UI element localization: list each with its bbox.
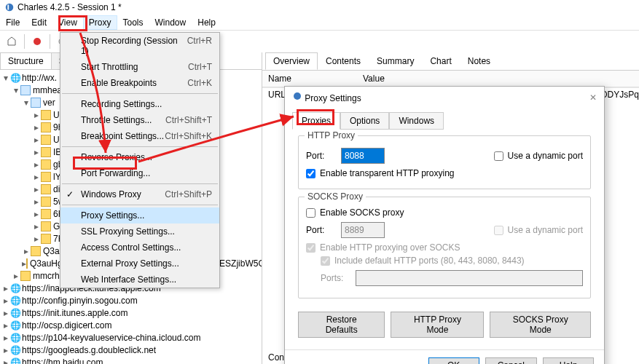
ports-input (356, 270, 583, 286)
tree-row[interactable]: ▸🌐https://hm.baidu.com (1, 356, 260, 364)
folder-icon (41, 110, 51, 120)
col-name: Name (262, 71, 357, 87)
window-title: Charles 4.2.5 - Session 1 * (17, 2, 122, 12)
folder-icon (41, 147, 51, 157)
close-icon[interactable]: ✕ (589, 92, 597, 103)
menu-item-port-forwarding-[interactable]: Port Forwarding... (60, 165, 219, 181)
folder-icon (41, 184, 51, 194)
globe-icon: 🌐 (10, 73, 20, 83)
svg-point-4 (294, 92, 301, 100)
tab-contents[interactable]: Contents (318, 52, 369, 70)
menu-help[interactable]: Help (192, 15, 222, 30)
menu-bar: File Edit View Proxy Tools Window Help (0, 15, 639, 31)
folder-icon (41, 122, 51, 132)
menu-item-web-interface-settings-[interactable]: Web Interface Settings... (60, 272, 219, 288)
svg-point-0 (6, 4, 14, 12)
folder-icon (41, 135, 51, 145)
port-label: Port: (306, 151, 335, 161)
title-bar: Charles 4.2.5 - Session 1 * (0, 0, 639, 15)
help-button[interactable]: Help (543, 357, 594, 364)
menu-window[interactable]: Window (149, 15, 192, 30)
enable-socks-label: Enable SOCKS proxy (320, 207, 404, 218)
dlg-tab-options[interactable]: Options (340, 112, 389, 130)
folder-icon (41, 172, 51, 182)
tree-row[interactable]: ▸🌐http://config.pinyin.sogou.com (1, 294, 260, 306)
svg-rect-1 (7, 5, 9, 10)
socks-proxy-group: SOCKS Proxy Enable SOCKS proxy Port: Use… (298, 197, 591, 298)
ports-label: Ports: (321, 273, 350, 283)
globe-icon: 🌐 (10, 357, 20, 365)
folder-icon (26, 258, 28, 269)
enable-socks-checkbox[interactable] (306, 208, 315, 218)
menu-item-breakpoint-settings-[interactable]: Breakpoint Settings...Ctrl+Shift+K (60, 128, 219, 144)
record-button[interactable] (28, 33, 46, 50)
menu-item-external-proxy-settings-[interactable]: External Proxy Settings... (60, 256, 219, 272)
folder-icon (20, 271, 31, 281)
http-proxy-group: HTTP Proxy Port: Use a dynamic port Enab… (298, 135, 591, 189)
tab-chart[interactable]: Chart (422, 52, 459, 70)
dialog-icon (292, 91, 302, 101)
menu-tools[interactable]: Tools (117, 15, 149, 30)
tab-notes[interactable]: Notes (460, 52, 498, 70)
clear-button[interactable] (3, 33, 20, 50)
http-proxy-label: HTTP Proxy (305, 130, 358, 141)
folder-icon (41, 159, 51, 170)
menu-file[interactable]: File (0, 15, 26, 30)
globe-icon: 🌐 (10, 333, 20, 343)
menu-item-start-throttling[interactable]: Start ThrottlingCtrl+T (60, 59, 219, 75)
transparent-label: Enable transparent HTTP proxying (320, 168, 455, 178)
globe-icon: 🌐 (10, 308, 20, 318)
folder-icon (31, 246, 41, 256)
menu-item-windows-proxy[interactable]: ✓Windows ProxyCtrl+Shift+P (60, 186, 219, 202)
folder-icon (41, 221, 51, 232)
http-over-socks-checkbox (306, 243, 315, 253)
menu-item-throttle-settings-[interactable]: Throttle Settings...Ctrl+Shift+T (60, 112, 219, 128)
dialog-title: Proxy Settings (305, 93, 361, 103)
menu-item-recording-settings-[interactable]: Recording Settings... (60, 96, 219, 112)
tree-row[interactable]: ▸🌐http://ocsp.digicert.com (1, 319, 260, 331)
menu-item-reverse-proxies-[interactable]: Reverse Proxies... (60, 149, 219, 165)
socks-port-label: Port: (306, 225, 335, 235)
socks-label: SOCKS Proxy (305, 191, 366, 202)
include-defaults-checkbox (321, 256, 330, 266)
socks-port-input (341, 222, 385, 238)
menu-item-proxy-settings-[interactable]: Proxy Settings... (60, 207, 219, 223)
folder-icon (31, 98, 41, 108)
col-value: Value (357, 71, 639, 87)
folder-icon (20, 85, 31, 95)
globe-icon: 🌐 (10, 345, 20, 355)
http-proxy-mode-button[interactable]: HTTP Proxy Mode (391, 312, 484, 338)
folder-icon (41, 234, 51, 244)
dynamic-port-http-checkbox[interactable] (494, 151, 503, 161)
tree-row[interactable]: ▸🌐https://init.itunes.apple.com (1, 306, 260, 319)
svg-point-2 (34, 38, 41, 45)
cancel-button[interactable]: Cancel (485, 357, 537, 364)
tab-structure[interactable]: Structure (0, 52, 52, 69)
tab-overview[interactable]: Overview (265, 52, 318, 70)
tab-summary[interactable]: Summary (369, 52, 422, 70)
menu-item-access-control-settings-[interactable]: Access Control Settings... (60, 240, 219, 256)
proxy-menu-dropdown: Stop Recording (Session 1)Ctrl+RStart Th… (60, 32, 220, 288)
globe-icon: 🌐 (10, 296, 20, 306)
menu-item-enable-breakpoints[interactable]: Enable BreakpointsCtrl+K (60, 75, 219, 91)
menu-edit[interactable]: Edit (26, 15, 52, 30)
folder-icon (41, 197, 51, 207)
transparent-proxy-checkbox[interactable] (306, 169, 315, 178)
dynamic-port-label: Use a dynamic port (508, 151, 583, 161)
menu-item-stop-recording-session-[interactable]: Stop Recording (Session 1)Ctrl+R (60, 33, 219, 59)
menu-view[interactable]: View (52, 15, 83, 30)
menu-proxy[interactable]: Proxy (83, 15, 117, 30)
http-port-input[interactable] (341, 148, 385, 164)
socks-proxy-mode-button[interactable]: SOCKS Proxy Mode (490, 312, 591, 338)
dlg-tab-windows[interactable]: Windows (389, 112, 444, 130)
folder-icon (41, 209, 51, 219)
restore-defaults-button[interactable]: Restore Defaults (298, 312, 385, 338)
globe-icon: 🌐 (10, 283, 20, 293)
ok-button[interactable]: OK (428, 357, 479, 364)
menu-item-ssl-proxying-settings-[interactable]: SSL Proxying Settings... (60, 223, 219, 240)
dlg-tab-proxies[interactable]: Proxies (292, 112, 340, 130)
tree-row[interactable]: ▸🌐https://p104-keyvalueservice-china.icl… (1, 331, 260, 344)
tree-row[interactable]: ▸🌐https://googleads.g.doubleclick.net (1, 344, 260, 356)
globe-icon: 🌐 (10, 320, 20, 331)
dynamic-port-socks-checkbox (494, 226, 503, 235)
